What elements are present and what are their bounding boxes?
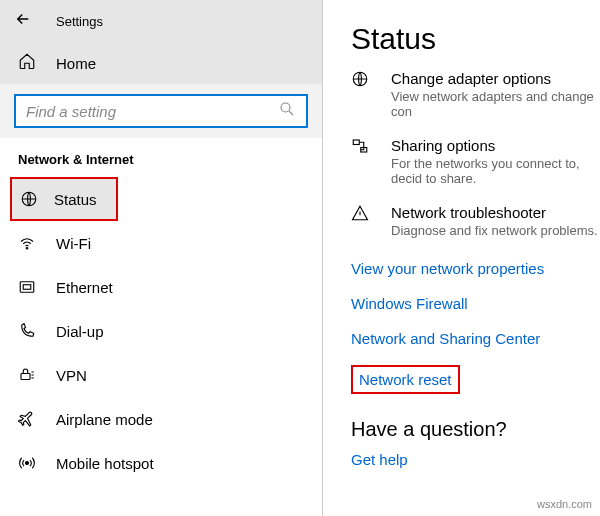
nav-label: Wi-Fi	[56, 235, 91, 252]
svg-point-0	[281, 103, 290, 112]
svg-point-6	[26, 462, 29, 465]
window-title: Settings	[56, 14, 103, 29]
wifi-icon	[18, 234, 36, 252]
sidebar: Settings Home Network & Internet Status …	[0, 0, 322, 516]
nav-item-wifi[interactable]: Wi-Fi	[0, 221, 322, 265]
nav-item-dialup[interactable]: Dial-up	[0, 309, 322, 353]
option-title: Network troubleshooter	[391, 204, 598, 221]
section-header: Network & Internet	[0, 138, 322, 177]
watermark: wsxdn.com	[537, 498, 592, 510]
nav-label: Dial-up	[56, 323, 104, 340]
hotspot-icon	[18, 454, 36, 472]
svg-rect-3	[20, 282, 34, 293]
option-text: Network troubleshooter Diagnose and fix …	[391, 204, 598, 238]
nav-list: Status Wi-Fi Ethernet Dial-up VPN	[0, 177, 322, 485]
sharing-icon	[351, 137, 375, 186]
nav-item-airplane[interactable]: Airplane mode	[0, 397, 322, 441]
search-container	[0, 84, 322, 138]
nav-label: VPN	[56, 367, 87, 384]
svg-rect-8	[353, 140, 359, 145]
question-title: Have a question?	[351, 418, 600, 441]
option-desc: Diagnose and fix network problems.	[391, 223, 598, 238]
home-icon	[18, 52, 36, 74]
globe-icon	[20, 190, 38, 208]
nav-item-ethernet[interactable]: Ethernet	[0, 265, 322, 309]
option-sharing[interactable]: Sharing options For the networks you con…	[351, 137, 600, 186]
nav-label: Airplane mode	[56, 411, 153, 428]
option-title: Sharing options	[391, 137, 600, 154]
main-panel: Status Change adapter options View netwo…	[323, 0, 600, 516]
warning-icon	[351, 204, 375, 238]
nav-label: Status	[54, 191, 97, 208]
option-text: Change adapter options View network adap…	[391, 70, 600, 119]
link-list: View your network properties Windows Fir…	[351, 260, 600, 394]
option-desc: For the networks you connect to, decid t…	[391, 156, 600, 186]
svg-point-2	[26, 248, 28, 250]
page-title: Status	[351, 22, 600, 56]
nav-item-hotspot[interactable]: Mobile hotspot	[0, 441, 322, 485]
home-button[interactable]: Home	[0, 42, 322, 84]
svg-rect-5	[21, 374, 30, 380]
option-troubleshooter[interactable]: Network troubleshooter Diagnose and fix …	[351, 204, 600, 238]
nav-label: Mobile hotspot	[56, 455, 154, 472]
home-label: Home	[56, 55, 96, 72]
search-box[interactable]	[14, 94, 308, 128]
airplane-icon	[18, 410, 36, 428]
nav-item-vpn[interactable]: VPN	[0, 353, 322, 397]
link-properties[interactable]: View your network properties	[351, 260, 600, 277]
svg-rect-4	[23, 285, 31, 290]
globe-icon	[351, 70, 375, 119]
nav-label: Ethernet	[56, 279, 113, 296]
link-network-reset[interactable]: Network reset	[351, 365, 460, 394]
option-desc: View network adapters and change con	[391, 89, 600, 119]
nav-item-status[interactable]: Status	[10, 177, 118, 221]
dialup-icon	[18, 322, 36, 340]
option-title: Change adapter options	[391, 70, 600, 87]
option-text: Sharing options For the networks you con…	[391, 137, 600, 186]
ethernet-icon	[18, 278, 36, 296]
search-icon	[278, 100, 296, 122]
link-get-help[interactable]: Get help	[351, 451, 600, 468]
title-bar: Settings	[0, 0, 322, 42]
link-firewall[interactable]: Windows Firewall	[351, 295, 600, 312]
link-sharing-center[interactable]: Network and Sharing Center	[351, 330, 600, 347]
back-icon[interactable]	[14, 10, 32, 33]
search-input[interactable]	[26, 103, 278, 120]
vpn-icon	[18, 366, 36, 384]
option-adapter[interactable]: Change adapter options View network adap…	[351, 70, 600, 119]
